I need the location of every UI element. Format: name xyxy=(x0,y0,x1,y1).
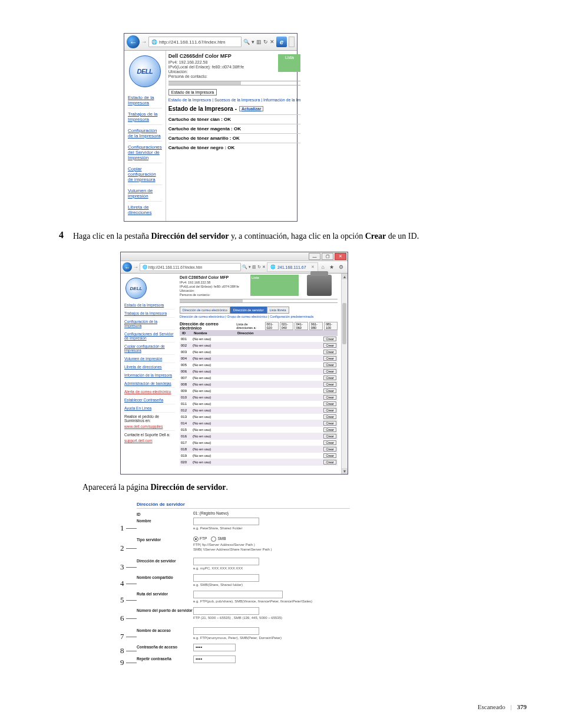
maximize-button[interactable]: ▢ xyxy=(322,253,333,260)
callout-number: 4 xyxy=(120,576,137,591)
sidebar-config-servidor[interactable]: Configuraciones del Servidor de Impresió… xyxy=(128,141,162,163)
sidebar-copiar[interactable]: Copiar configuración de impresora xyxy=(128,163,162,185)
crear-button[interactable]: Crear xyxy=(323,388,336,393)
scroll-up-icon[interactable]: ▲ xyxy=(342,274,348,279)
radio-ftp[interactable] xyxy=(193,536,199,542)
sidebar-pedido-link[interactable]: www.dell.com/supplies xyxy=(124,423,175,431)
sidebar-soporte-link[interactable]: support.dell.com xyxy=(124,437,175,443)
sidebar-trabajos[interactable]: Trabajos de la Impresora xyxy=(124,309,175,318)
table-row: 012(No en uso)Crear xyxy=(180,407,338,414)
forward-button[interactable]: → xyxy=(141,39,147,45)
radio-smb[interactable] xyxy=(211,536,216,542)
sidebar-config-impresora[interactable]: Configuración de la Impresora xyxy=(124,318,175,330)
sidebar-volumen[interactable]: Volumen de impresión xyxy=(124,355,175,363)
scroll-down-icon[interactable]: ▼ xyxy=(342,468,348,474)
sub-links[interactable]: Dirección de correo electrónico | Grupo … xyxy=(180,315,338,318)
sidebar-ayuda[interactable]: Ayuda En Línea xyxy=(124,404,175,413)
sidebar-libreta[interactable]: Libreta de direcciones xyxy=(124,363,175,371)
search-icon[interactable]: 🔍 ▾ ▥ ↻ ✕ xyxy=(242,265,266,269)
crear-button[interactable]: Crear xyxy=(323,337,336,341)
close-button[interactable]: ✕ xyxy=(335,253,346,260)
input-pwd[interactable]: •••• xyxy=(193,644,236,651)
sidebar-alerta[interactable]: Alerta de correo electrónico xyxy=(124,388,175,396)
input-share[interactable] xyxy=(193,574,259,582)
input-login[interactable] xyxy=(193,627,259,635)
favorites-icon[interactable]: ★ xyxy=(329,264,334,270)
url-field[interactable]: 🌐 http://241.168.111.67/index.htm xyxy=(140,263,241,271)
tab-server[interactable]: Dirección de servidor xyxy=(230,307,267,314)
field-login: Nombre de acceso e.g. FTP(anonymous, Pet… xyxy=(137,627,350,643)
sidebar-copiar[interactable]: Copiar configuración de impresora xyxy=(124,342,175,355)
crear-button[interactable]: Crear xyxy=(323,440,336,445)
input-ruta[interactable] xyxy=(193,591,283,598)
ie-logo-tab[interactable]: e xyxy=(276,37,287,47)
crear-button[interactable]: Crear xyxy=(323,363,336,367)
forward-button[interactable]: → xyxy=(133,264,138,270)
input-puerto[interactable] xyxy=(193,607,259,615)
input-dir[interactable] xyxy=(193,558,259,565)
tab-email[interactable]: Dirección de correo electrónico xyxy=(180,307,230,314)
sidebar: DELL Estado de la Impresora Trabajos de … xyxy=(124,51,166,221)
hint-share: e.g. SMB(Share, Shared folder) xyxy=(193,583,350,587)
sidebar-info[interactable]: Información de la Impresora xyxy=(124,371,175,380)
crear-button[interactable]: Crear xyxy=(323,382,336,387)
crear-button[interactable]: Crear xyxy=(323,421,336,426)
sidebar-bandejas[interactable]: Administración de bandejas xyxy=(124,380,175,388)
sidebar-pwd[interactable]: Establecer Contraseña xyxy=(124,396,175,404)
t: Dirección de servidor xyxy=(150,483,226,492)
col-nombre: Nombre xyxy=(193,331,236,335)
cell-dir xyxy=(235,371,315,372)
tools-icon[interactable]: ⚙ xyxy=(339,264,343,270)
sidebar-libreta[interactable]: Libreta de direcciones xyxy=(128,202,162,218)
url-field[interactable]: 🌐 http://241.168.111.67/index.htm xyxy=(148,37,242,47)
crear-button[interactable]: Crear xyxy=(323,401,336,406)
inner-scrollbar[interactable] xyxy=(180,299,338,303)
stop-icon[interactable]: ✕ xyxy=(270,39,275,45)
crear-button[interactable]: Crear xyxy=(323,408,336,413)
search-icon[interactable]: 🔍 xyxy=(243,39,250,45)
sidebar-estado[interactable]: Estado de la Impresora xyxy=(128,92,162,108)
minimize-button[interactable]: — xyxy=(309,253,320,260)
breadcrumb[interactable]: Estado de la Impresora | Sucesos de la I… xyxy=(168,98,301,102)
sidebar-config-servidor[interactable]: Configuraciones del Servidor de Impresió… xyxy=(124,330,175,342)
sidebar-estado[interactable]: Estado de la Impresora xyxy=(124,301,175,309)
sidebar-trabajos[interactable]: Trabajos de la Impresora xyxy=(128,108,162,125)
pager-cell[interactable]: 041-060 xyxy=(295,322,308,330)
refresh-icon[interactable]: ↻ xyxy=(263,39,268,45)
crear-button[interactable]: Crear xyxy=(323,460,336,465)
inner-scrollbar[interactable] xyxy=(168,81,301,85)
crear-button[interactable]: Crear xyxy=(323,427,336,432)
input-nombre[interactable] xyxy=(193,518,259,525)
tab-close-icon[interactable]: ✕ xyxy=(311,265,315,269)
vertical-scrollbar[interactable]: ▲ ▼ xyxy=(341,274,348,474)
pager-cell[interactable]: 081-100 xyxy=(324,322,338,330)
sidebar-soporte-label: Contacte el Soporte Dell a: xyxy=(124,431,175,437)
sidebar-volumen[interactable]: Volumen de impresión xyxy=(128,185,162,202)
crear-button[interactable]: Crear xyxy=(323,453,336,458)
pager-cell[interactable]: 001-020 xyxy=(265,322,279,330)
back-button[interactable]: ← xyxy=(123,262,132,272)
crear-button[interactable]: Crear xyxy=(323,447,336,452)
sidebar-config-impresora[interactable]: Configuración de la Impresora xyxy=(128,125,162,141)
pager-cell[interactable]: 061-080 xyxy=(309,322,323,330)
label-pwd2: Repetir contraseña xyxy=(137,655,193,661)
crear-button[interactable]: Crear xyxy=(323,350,336,354)
crear-button[interactable]: Crear xyxy=(323,395,336,400)
section-title: Estado de la Impresora - Actualizar xyxy=(168,106,301,112)
crear-button[interactable]: Crear xyxy=(323,434,336,439)
new-tab-button[interactable] xyxy=(289,37,295,47)
crear-button[interactable]: Crear xyxy=(323,414,336,419)
refresh-button[interactable]: Actualizar xyxy=(239,106,263,111)
browser-tab[interactable]: 🌐 241.168.111.67 ✕ xyxy=(267,262,318,272)
crear-button[interactable]: Crear xyxy=(323,356,336,361)
tab-phonebook[interactable]: Lista libreta xyxy=(267,307,289,314)
field-tipo: Tipo servidor FTP SMB FTP( ftp://Server … xyxy=(137,536,350,556)
crear-button[interactable]: Crear xyxy=(323,375,336,380)
back-button[interactable]: ← xyxy=(127,35,140,48)
tab-list-icon[interactable]: ▾ ▥ xyxy=(252,39,262,45)
crear-button[interactable]: Crear xyxy=(323,369,336,374)
home-icon[interactable]: ⌂ xyxy=(322,264,325,270)
pager-cell[interactable]: 021-040 xyxy=(280,322,293,330)
crear-button[interactable]: Crear xyxy=(323,343,336,348)
input-pwd2[interactable]: •••• xyxy=(193,655,236,663)
